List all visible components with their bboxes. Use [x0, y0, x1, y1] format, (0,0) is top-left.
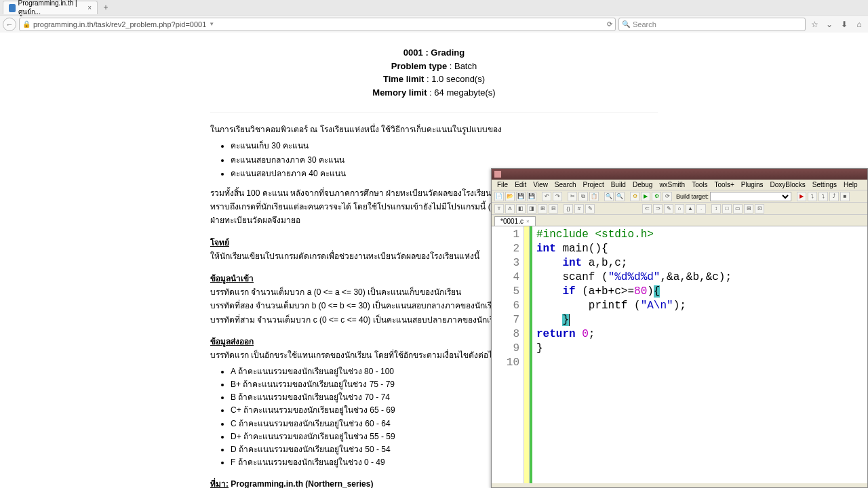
- downloads-icon[interactable]: ⬇: [838, 20, 850, 29]
- debug-run-icon[interactable]: ▶: [797, 192, 806, 201]
- tb-icon[interactable]: #: [574, 204, 584, 214]
- build-target-label: Build target:: [676, 193, 709, 200]
- tb-icon[interactable]: ↕: [711, 204, 721, 214]
- copy-icon[interactable]: ⧉: [578, 192, 588, 201]
- tb-icon[interactable]: □: [722, 204, 732, 214]
- url-input[interactable]: 🔒 programming.in.th/task/rev2_problem.ph…: [19, 18, 616, 31]
- tb-icon[interactable]: ▲: [686, 204, 695, 214]
- reload-icon[interactable]: ⟳: [607, 20, 612, 28]
- menu-project[interactable]: Project: [580, 180, 607, 189]
- menu-doxyblocks[interactable]: DoxyBlocks: [768, 180, 808, 189]
- debug-next-icon[interactable]: ⤵: [808, 192, 817, 201]
- browser-tab[interactable]: Programming.in.th | ศูนย์ก... ×: [3, 1, 98, 14]
- line-num: 10: [492, 356, 519, 370]
- next-icon[interactable]: ⇒: [653, 204, 663, 214]
- menu-file[interactable]: File: [494, 180, 511, 189]
- new-tab-button[interactable]: +: [100, 2, 111, 13]
- tb-icon[interactable]: ⊟: [549, 204, 558, 214]
- debug-out-icon[interactable]: ⤴: [829, 192, 839, 201]
- list-item: คะแนนเก็บ 30 คะแนน: [231, 139, 658, 152]
- tb-icon[interactable]: .: [696, 204, 706, 214]
- debug-step-icon[interactable]: ⤵: [818, 192, 828, 201]
- replace-icon[interactable]: 🔍: [615, 192, 625, 201]
- menu-tools[interactable]: Tools: [689, 180, 710, 189]
- home-icon[interactable]: ⌂: [853, 20, 865, 29]
- rebuild-icon[interactable]: ⟳: [663, 192, 672, 201]
- close-icon[interactable]: ×: [526, 218, 530, 224]
- cb-editor-tabs: *0001.c ×: [492, 215, 867, 226]
- tab-close-icon[interactable]: ×: [87, 4, 92, 12]
- run-icon[interactable]: ▶: [641, 192, 650, 201]
- site-identity-icon[interactable]: 🔒: [22, 20, 31, 28]
- type-label: Problem type: [391, 61, 447, 71]
- cb-menubar: File Edit View Search Project Build Debu…: [492, 180, 867, 190]
- save-all-icon[interactable]: 💾: [527, 192, 536, 201]
- debug-stop-icon[interactable]: ■: [840, 192, 850, 201]
- paste-icon[interactable]: 📋: [589, 192, 599, 201]
- url-dropdown-icon[interactable]: ▼: [209, 21, 214, 27]
- menu-wxsmith[interactable]: wxSmith: [656, 180, 688, 189]
- output-heading: ข้อมูลส่งออก: [210, 335, 254, 348]
- line-num: 8: [492, 327, 519, 342]
- search-placeholder: Search: [633, 20, 656, 28]
- tb-icon[interactable]: ◧: [516, 204, 526, 214]
- new-file-icon[interactable]: 📄: [494, 192, 504, 201]
- tb-icon[interactable]: T: [494, 204, 504, 214]
- menu-build[interactable]: Build: [608, 180, 629, 189]
- search-input[interactable]: 🔍 Search: [618, 18, 806, 31]
- menu-edit[interactable]: Edit: [512, 180, 529, 189]
- tb-icon[interactable]: ▭: [733, 204, 743, 214]
- address-bar: ← 🔒 programming.in.th/task/rev2_problem.…: [0, 15, 868, 33]
- menu-toolsplus[interactable]: Tools+: [712, 180, 737, 189]
- save-icon[interactable]: 💾: [516, 192, 526, 201]
- build-icon[interactable]: ⚙: [630, 192, 639, 201]
- build-run-icon[interactable]: ⚙: [652, 192, 661, 201]
- menu-view[interactable]: View: [530, 180, 551, 189]
- time-label: Time limit: [383, 74, 424, 84]
- bookmark-star-icon[interactable]: ☆: [808, 20, 821, 29]
- undo-icon[interactable]: ↶: [542, 192, 551, 201]
- mem-value: 64 megabyte(s): [434, 87, 495, 98]
- cb-titlebar[interactable]: [492, 169, 867, 180]
- cb-toolbar-1: 📄 📂 💾 💾 ↶ ↷ ✂ ⧉ 📋 🔍 🔍 ⚙ ▶ ⚙ ⟳ Build targ…: [492, 190, 867, 203]
- source-value: Programming.in.th (Northern_series): [231, 479, 373, 488]
- fold-margin[interactable]: [524, 226, 530, 483]
- back-button[interactable]: ←: [3, 18, 16, 31]
- line-numbers: 1 2 3 4 5 6 7 8 9 10: [492, 226, 524, 483]
- tb-icon[interactable]: ✎: [585, 204, 595, 214]
- tb-icon[interactable]: ✎: [664, 204, 673, 214]
- find-icon[interactable]: 🔍: [604, 192, 614, 201]
- code-editor[interactable]: 1 2 3 4 5 6 7 8 9 10 #include <stdio.h> …: [492, 226, 867, 483]
- tb-icon[interactable]: A: [505, 204, 515, 214]
- search-icon: 🔍: [622, 20, 630, 28]
- tb-icon[interactable]: ⊡: [755, 204, 764, 214]
- pocket-icon[interactable]: ⌄: [823, 20, 835, 29]
- menu-settings[interactable]: Settings: [810, 180, 840, 189]
- tb-icon[interactable]: {}: [564, 204, 573, 214]
- cb-app-icon: [494, 171, 501, 178]
- task-heading: โจทย์: [210, 236, 229, 249]
- open-icon[interactable]: 📂: [505, 192, 515, 201]
- editor-tab[interactable]: *0001.c ×: [494, 216, 536, 226]
- prev-icon[interactable]: ⇐: [642, 204, 652, 214]
- time-value: 1.0 second(s): [431, 74, 485, 84]
- url-text: programming.in.th/task/rev2_problem.php?…: [33, 20, 206, 28]
- tb-icon[interactable]: ⌂: [675, 204, 684, 214]
- redo-icon[interactable]: ↷: [553, 192, 562, 201]
- menu-debug[interactable]: Debug: [630, 180, 655, 189]
- menu-help[interactable]: Help: [841, 180, 861, 189]
- build-target-select[interactable]: [710, 192, 791, 201]
- divider: [210, 113, 658, 113]
- tb-icon[interactable]: ⊞: [744, 204, 753, 214]
- tab-title: Programming.in.th | ศูนย์ก...: [18, 0, 85, 17]
- line-num: 5: [492, 285, 519, 299]
- cut-icon[interactable]: ✂: [568, 192, 577, 201]
- code-area[interactable]: #include <stdio.h> int main(){ int a,b,c…: [532, 226, 867, 483]
- line-num: 6: [492, 299, 519, 313]
- tb-icon[interactable]: ◨: [527, 204, 536, 214]
- input-heading: ข้อมูลนำเข้า: [210, 272, 254, 285]
- tb-icon[interactable]: ⊞: [538, 204, 547, 214]
- codeblocks-window: File Edit View Search Project Build Debu…: [491, 168, 868, 488]
- menu-plugins[interactable]: Plugins: [738, 180, 766, 189]
- menu-search[interactable]: Search: [552, 180, 579, 189]
